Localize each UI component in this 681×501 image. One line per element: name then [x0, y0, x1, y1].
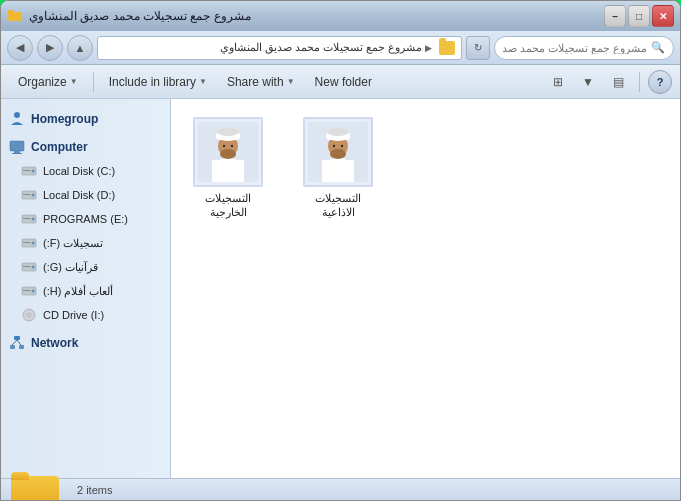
- svg-point-51: [333, 145, 335, 147]
- sidebar-item-games-h[interactable]: ألعاب أفلام (H:): [1, 279, 170, 303]
- sidebar-item-programs-e[interactable]: PROGRAMS (E:): [1, 207, 170, 231]
- drive-e-icon: [21, 211, 37, 227]
- network-icon: [9, 335, 25, 351]
- sidebar-item-local-disk-c[interactable]: Local Disk (C:): [1, 159, 170, 183]
- file-item-radio[interactable]: التسجيلات الاذاعية: [293, 111, 383, 226]
- svg-rect-5: [12, 153, 22, 154]
- search-input[interactable]: [503, 42, 647, 54]
- new-folder-label: New folder: [315, 75, 372, 89]
- sidebar-item-network[interactable]: Network: [1, 331, 170, 355]
- window-title: مشروع جمع تسجيلات محمد صديق المنشاوي: [29, 9, 251, 23]
- title-controls: – □ ✕: [604, 5, 674, 27]
- window-icon: [7, 8, 23, 24]
- svg-rect-4: [14, 151, 20, 153]
- person-image-external: [198, 122, 258, 182]
- svg-rect-29: [19, 345, 24, 349]
- view-details-button[interactable]: ▤: [605, 69, 631, 95]
- view-dropdown-button[interactable]: ▼: [575, 69, 601, 95]
- svg-rect-11: [23, 194, 30, 195]
- search-box[interactable]: 🔍: [494, 36, 674, 60]
- sidebar: Homegroup Computer: [1, 99, 171, 478]
- file-thumbnail-radio: [303, 117, 373, 187]
- organize-button[interactable]: Organize ▼: [9, 69, 87, 95]
- computer-label: Computer: [31, 140, 88, 154]
- drive-d-label: Local Disk (D:): [43, 189, 115, 201]
- help-button[interactable]: ?: [648, 70, 672, 94]
- close-button[interactable]: ✕: [652, 5, 674, 27]
- sidebar-item-quraniyat-g[interactable]: قرآنيات (G:): [1, 255, 170, 279]
- svg-point-52: [341, 145, 343, 147]
- drive-h-icon: [21, 283, 37, 299]
- file-item-external[interactable]: التسجيلات الخارجية: [183, 111, 273, 226]
- view-details-icon: ▤: [613, 75, 624, 89]
- svg-rect-23: [23, 290, 30, 291]
- status-folder-tab: [11, 472, 29, 480]
- drive-e-label: PROGRAMS (E:): [43, 213, 128, 225]
- main-content: Homegroup Computer: [1, 99, 680, 478]
- drive-f-label: تسجيلات (F:): [43, 237, 103, 250]
- svg-point-53: [330, 149, 346, 159]
- title-bar: مشروع جمع تسجيلات محمد صديق المنشاوي – □…: [1, 1, 680, 31]
- path-folder-icon: [439, 41, 455, 55]
- svg-point-50: [327, 128, 349, 136]
- sidebar-section-network: Network: [1, 331, 170, 355]
- svg-rect-20: [23, 266, 30, 267]
- sidebar-item-homegroup[interactable]: Homegroup: [1, 107, 170, 131]
- search-icon: 🔍: [651, 41, 665, 54]
- network-label: Network: [31, 336, 78, 350]
- homegroup-label: Homegroup: [31, 112, 98, 126]
- status-bar: 2 items: [1, 478, 680, 500]
- svg-rect-1: [8, 10, 14, 14]
- address-path-box[interactable]: ▶ مشروع جمع تسجيلات محمد صديق المنشاوي: [97, 36, 462, 60]
- sidebar-item-local-disk-d[interactable]: Local Disk (D:): [1, 183, 170, 207]
- toolbar-separator-2: [639, 72, 640, 92]
- svg-rect-28: [10, 345, 15, 349]
- svg-point-41: [231, 145, 233, 147]
- svg-point-10: [32, 194, 35, 197]
- svg-point-22: [32, 290, 35, 293]
- forward-button[interactable]: ▶: [37, 35, 63, 61]
- svg-rect-34: [212, 160, 244, 182]
- svg-point-13: [32, 218, 35, 221]
- view-icons-button[interactable]: ⊞: [545, 69, 571, 95]
- forward-icon: ▶: [46, 41, 54, 54]
- organize-chevron: ▼: [70, 77, 78, 86]
- toolbar-right: ⊞ ▼ ▤ ?: [545, 69, 672, 95]
- homegroup-icon: [9, 111, 25, 127]
- files-area: التسجيلات الخارجية: [171, 99, 680, 478]
- minimize-button[interactable]: –: [604, 5, 626, 27]
- drive-f-icon: [21, 235, 37, 251]
- drive-c-icon: [21, 163, 37, 179]
- address-bar: ◀ ▶ ▲ ▶ مشروع جمع تسجيلات محمد صديق المن…: [1, 31, 680, 65]
- svg-point-42: [220, 149, 236, 159]
- help-icon: ?: [657, 76, 664, 88]
- svg-rect-45: [322, 160, 354, 182]
- file-label-external: التسجيلات الخارجية: [189, 191, 267, 220]
- svg-rect-17: [23, 242, 30, 243]
- files-grid: التسجيلات الخارجية: [183, 111, 668, 226]
- sidebar-section-computer: Computer Local Disk (C:): [1, 135, 170, 327]
- share-with-button[interactable]: Share with ▼: [218, 69, 304, 95]
- refresh-button[interactable]: ↻: [466, 36, 490, 60]
- svg-point-16: [32, 242, 35, 245]
- up-button[interactable]: ▲: [67, 35, 93, 61]
- new-folder-button[interactable]: New folder: [306, 69, 381, 95]
- file-thumbnail-external: [193, 117, 263, 187]
- include-library-button[interactable]: Include in library ▼: [100, 69, 216, 95]
- sidebar-section-homegroup: Homegroup: [1, 107, 170, 131]
- drive-g-label: قرآنيات (G:): [43, 261, 98, 274]
- maximize-button[interactable]: □: [628, 5, 650, 27]
- sidebar-item-computer[interactable]: Computer: [1, 135, 170, 159]
- svg-point-2: [14, 112, 20, 118]
- svg-point-7: [32, 170, 35, 173]
- sidebar-item-cd-drive-i[interactable]: CD Drive (I:): [1, 303, 170, 327]
- drive-i-icon: [21, 307, 37, 323]
- svg-point-40: [223, 145, 225, 147]
- drive-d-icon: [21, 187, 37, 203]
- sidebar-item-tasjilat-f[interactable]: تسجيلات (F:): [1, 231, 170, 255]
- svg-line-31: [17, 340, 21, 345]
- svg-rect-3: [10, 141, 24, 151]
- svg-point-19: [32, 266, 35, 269]
- back-button[interactable]: ◀: [7, 35, 33, 61]
- drive-i-label: CD Drive (I:): [43, 309, 104, 321]
